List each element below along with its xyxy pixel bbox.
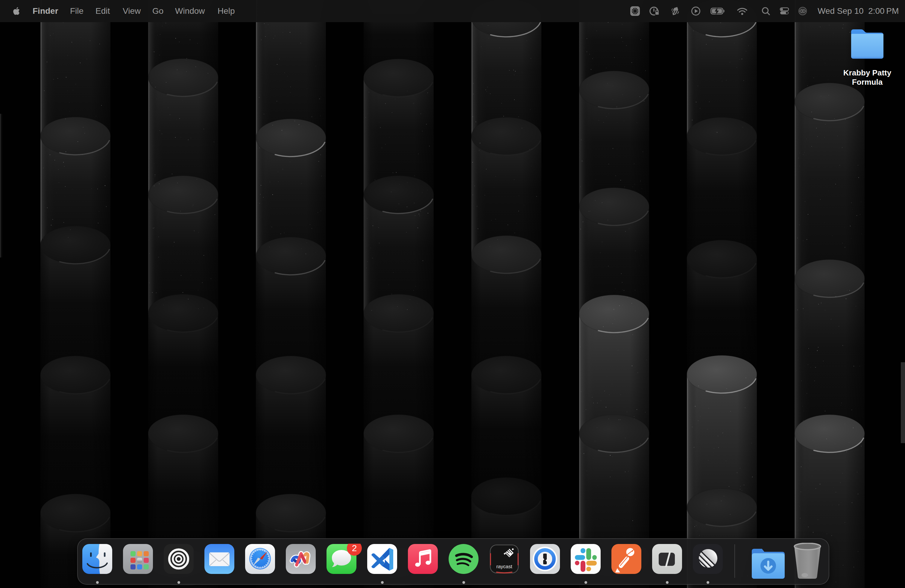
- svg-text:raycast: raycast: [496, 564, 512, 569]
- svg-text:2: 2: [352, 544, 357, 553]
